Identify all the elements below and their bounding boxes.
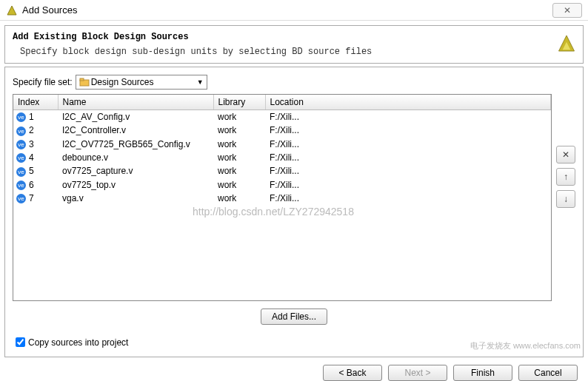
file-library: work [213, 138, 265, 151]
svg-marker-0 [7, 6, 16, 15]
back-button[interactable]: < Back [323, 365, 382, 381]
vivado-logo-icon [556, 33, 577, 56]
file-name: ov7725_capture.v [58, 164, 213, 178]
side-buttons: ✕ ↑ ↓ [556, 94, 575, 301]
file-library: work [213, 164, 265, 178]
svg-rect-4 [80, 78, 84, 81]
verilog-file-icon: ve [16, 127, 26, 136]
finish-button[interactable]: Finish [453, 365, 512, 381]
file-name: ov7725_top.v [58, 178, 213, 192]
table-row[interactable]: ve3I2C_OV7725_RGB565_Config.vworkF:/Xili… [13, 138, 551, 151]
cancel-button[interactable]: Cancel [518, 365, 578, 381]
file-location: F:/Xili... [265, 164, 551, 178]
file-library: work [213, 124, 265, 137]
verilog-file-icon: ve [16, 194, 26, 203]
file-name: I2C_OV7725_RGB565_Config.v [58, 138, 213, 151]
file-name: I2C_AV_Config.v [58, 110, 213, 124]
content-row: Index Name Library Location ve1I2C_AV_Co… [13, 94, 575, 301]
file-library: work [213, 110, 265, 124]
chevron-down-icon: ▼ [197, 78, 204, 86]
copy-sources-label: Copy sources into project [28, 337, 128, 348]
files-table-wrap: Index Name Library Location ve1I2C_AV_Co… [13, 94, 552, 301]
verilog-file-icon: ve [16, 140, 26, 149]
file-location: F:/Xili... [265, 178, 551, 192]
fileset-select[interactable]: Design Sources ▼ [76, 75, 207, 90]
file-name: debounce.v [58, 151, 213, 164]
copy-sources-checkbox[interactable] [16, 337, 25, 347]
folder-icon [79, 77, 90, 87]
wizard-subtitle: Add Existing Block Design Sources [13, 32, 575, 42]
table-row[interactable]: ve5ov7725_capture.vworkF:/Xili... [13, 164, 551, 178]
verilog-file-icon: ve [16, 112, 26, 122]
file-library: work [213, 178, 265, 192]
add-files-button[interactable]: Add Files... [261, 308, 327, 325]
verilog-file-icon: ve [16, 181, 26, 190]
file-location: F:/Xili... [265, 124, 551, 137]
move-down-button[interactable]: ↓ [556, 190, 575, 208]
move-up-button[interactable]: ↑ [556, 168, 575, 186]
close-button[interactable]: ✕ [552, 3, 582, 18]
col-library[interactable]: Library [213, 95, 265, 110]
table-row[interactable]: ve1I2C_AV_Config.vworkF:/Xili... [13, 110, 551, 124]
wizard-body: Specify file set: Design Sources ▼ Index… [4, 67, 584, 357]
file-location: F:/Xili... [265, 110, 551, 124]
app-logo-icon [6, 4, 18, 16]
file-library: work [213, 192, 265, 205]
titlebar: Add Sources ✕ [0, 0, 588, 21]
fileset-row: Specify file set: Design Sources ▼ [13, 75, 575, 90]
file-name: I2C_Controller.v [58, 124, 213, 137]
table-row[interactable]: ve4debounce.vworkF:/Xili... [13, 151, 551, 164]
wizard-header: Add Existing Block Design Sources Specif… [4, 25, 584, 64]
verilog-file-icon: ve [16, 167, 26, 177]
col-name[interactable]: Name [58, 95, 213, 110]
remove-button[interactable]: ✕ [556, 146, 575, 163]
verilog-file-icon: ve [16, 153, 26, 163]
files-table: Index Name Library Location ve1I2C_AV_Co… [13, 95, 551, 205]
table-row[interactable]: ve7vga.vworkF:/Xili... [13, 192, 551, 205]
file-location: F:/Xili... [265, 138, 551, 151]
file-location: F:/Xili... [265, 192, 551, 205]
file-library: work [213, 151, 265, 164]
wizard-footer: < Back Next > Finish Cancel [0, 357, 588, 381]
brand-watermark: 电子发烧友 www.elecfans.com [470, 340, 581, 351]
next-button: Next > [388, 365, 447, 381]
table-row[interactable]: ve6ov7725_top.vworkF:/Xili... [13, 178, 551, 192]
window-title: Add Sources [22, 4, 77, 16]
fileset-value: Design Sources [91, 77, 154, 87]
col-location[interactable]: Location [265, 95, 551, 110]
col-index[interactable]: Index [13, 95, 58, 110]
table-row[interactable]: ve2I2C_Controller.vworkF:/Xili... [13, 124, 551, 137]
file-name: vga.v [58, 192, 213, 205]
fileset-label: Specify file set: [13, 77, 73, 87]
wizard-description: Specify block design sub-design units by… [20, 47, 575, 57]
file-location: F:/Xili... [265, 151, 551, 164]
add-files-row: Add Files... [13, 308, 575, 325]
